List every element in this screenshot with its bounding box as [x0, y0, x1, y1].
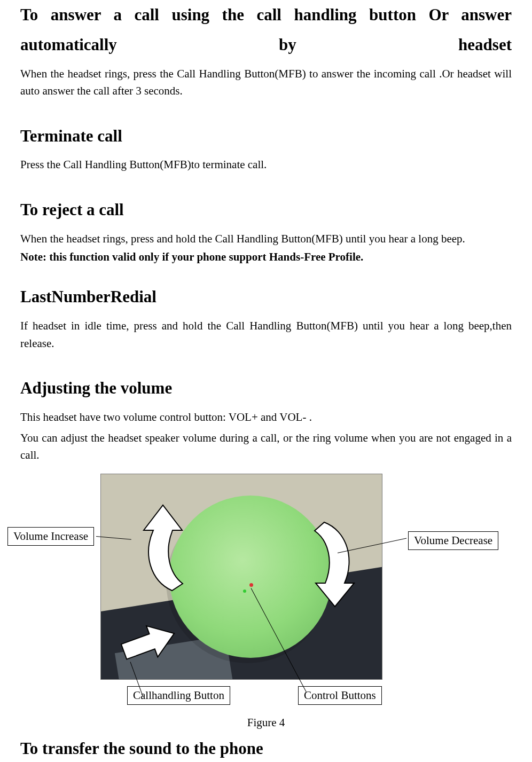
heading-answer-call: To answer a call using the call handling…: [20, 0, 512, 60]
label-control-buttons: Control Buttons: [298, 686, 382, 705]
heading-last-number-redial: LastNumberRedial: [20, 282, 512, 312]
led-green-icon: [243, 590, 246, 593]
body-answer-call: When the headset rings, press the Call H…: [20, 65, 512, 100]
body-reject-call: When the headset rings, press and hold t…: [20, 230, 512, 248]
heading-terminate-call: Terminate call: [20, 121, 512, 151]
label-volume-increase: Volume Increase: [7, 527, 94, 546]
figure-4: Volume Increase Volume Decrease Callhand…: [20, 474, 512, 709]
heading-adjusting-volume: Adjusting the volume: [20, 373, 512, 403]
heading-transfer-sound: To transfer the sound to the phone: [20, 734, 512, 762]
figure-render: [100, 474, 382, 680]
led-red-icon: [249, 583, 253, 587]
heading-reject-call: To reject a call: [20, 195, 512, 225]
note-reject-call: Note: this function valid only if your p…: [20, 250, 512, 264]
arrow-callhandling-push-icon: [120, 622, 179, 663]
label-volume-decrease: Volume Decrease: [408, 531, 498, 550]
arrow-volume-decrease-icon: [309, 517, 363, 608]
body-terminate-call: Press the Call Handling Button(MFB)to te…: [20, 156, 512, 174]
figure-caption: Figure 4: [20, 716, 512, 729]
arrow-volume-increase-icon: [132, 501, 191, 597]
body-adjusting-volume-2: You can adjust the headset speaker volum…: [20, 429, 512, 464]
body-adjusting-volume-1: This headset have two volume control but…: [20, 409, 512, 426]
body-last-number-redial: If headset in idle time, press and hold …: [20, 317, 512, 352]
